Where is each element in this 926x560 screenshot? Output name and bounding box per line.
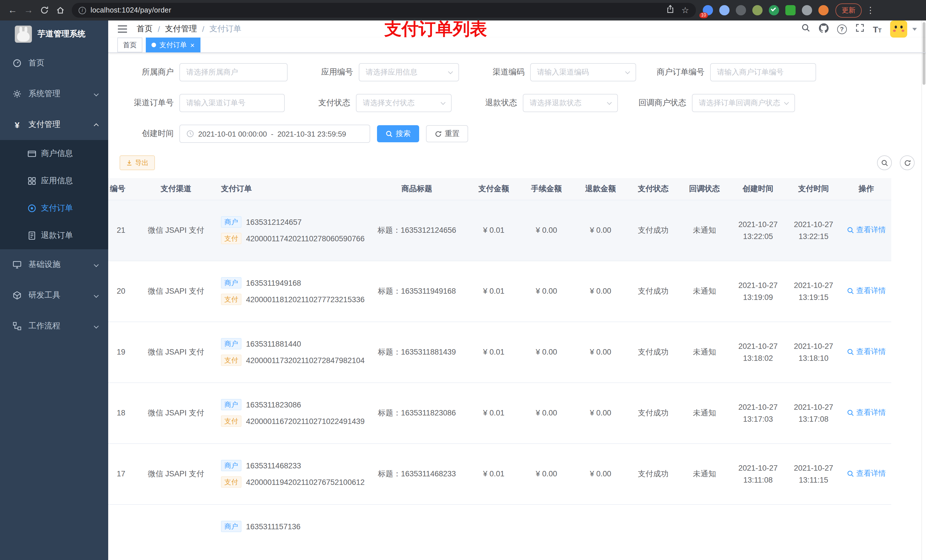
browser-menu-icon[interactable]: ⋮	[866, 5, 875, 15]
payment-submenu: 商户信息 应用信息 支付订单	[0, 140, 108, 249]
chevron-down-icon	[94, 263, 99, 267]
extension-icon[interactable]	[769, 5, 779, 15]
hamburger-icon[interactable]	[117, 24, 127, 33]
create-time-range-picker[interactable]: 2021-10-01 00:00:00 - 2021-10-31 23:59:5…	[179, 125, 370, 143]
app-logo[interactable]: 芋道管理系统	[0, 21, 108, 48]
view-detail-link[interactable]: 查看详情	[847, 408, 886, 418]
filter-form: 所属商户 请选择所属商户 应用编号 请选择应用信息	[120, 53, 915, 143]
reset-button[interactable]: 重置	[426, 125, 468, 142]
view-detail-link[interactable]: 查看详情	[847, 286, 886, 296]
cell-status	[628, 504, 679, 560]
bookmark-star-icon[interactable]: ☆	[681, 5, 689, 15]
date-end: 2021-10-31 23:59:59	[277, 130, 346, 138]
extension-icon[interactable]	[752, 5, 763, 15]
github-icon[interactable]	[819, 23, 828, 35]
sidebar-item-dev-tools[interactable]: 研发工具	[0, 280, 108, 311]
back-icon[interactable]: ←	[5, 2, 21, 18]
merchant-select[interactable]: 请选择所属商户	[179, 63, 287, 82]
extension-icon[interactable]	[736, 5, 746, 15]
search-button[interactable]: 搜索	[377, 125, 419, 142]
orders-table: 编号 支付渠道 支付订单 商品标题 支付金额 手续金额 退款金额 支付状态 回调…	[108, 178, 915, 560]
share-icon[interactable]	[666, 5, 675, 16]
search-icon[interactable]	[801, 23, 810, 35]
column-header-status: 支付状态	[628, 178, 679, 200]
cell-id: 17	[108, 443, 139, 504]
extension-icon[interactable]: 10	[703, 5, 713, 15]
info-icon[interactable]: i	[79, 6, 86, 14]
notify-status-select[interactable]: 请选择订单回调商户状态	[692, 94, 795, 112]
cell-paid: 2021-10-27 13:17:08	[786, 382, 841, 443]
sidebar-item-payment[interactable]: ¥ 支付管理	[0, 109, 108, 140]
view-detail-link[interactable]: 查看详情	[847, 469, 886, 479]
browser-update-button[interactable]: 更新	[835, 3, 862, 17]
chevron-down-icon	[94, 324, 99, 329]
view-detail-link[interactable]: 查看详情	[847, 225, 886, 235]
gear-icon	[12, 89, 22, 98]
merchant-order-no-input[interactable]: 请输入商户订单编号	[710, 63, 816, 82]
refresh-button[interactable]	[900, 155, 915, 170]
cell-notify: 未通知	[679, 200, 730, 261]
extension-icon[interactable]	[785, 5, 796, 15]
merchant-order-no: 1635311823086	[246, 400, 301, 409]
column-header-notify: 回调状态	[679, 178, 730, 200]
sidebar-item-home[interactable]: 首页	[0, 48, 108, 78]
user-avatar[interactable]	[890, 21, 907, 38]
cell-amount: ¥ 0.01	[468, 200, 519, 261]
pay-order-no: 4200001173202110272847982104	[246, 356, 365, 365]
merchant-tag: 商户	[221, 277, 242, 288]
cell-refund: ¥ 0.00	[573, 200, 628, 261]
cell-refund: ¥ 0.00	[573, 261, 628, 322]
merchant-order-no: 1635311881440	[246, 340, 301, 348]
help-icon[interactable]: ?	[837, 24, 847, 34]
sidebar-item-workflow[interactable]: 工作流程	[0, 311, 108, 341]
screen: ← → i localhost:1024/pay/order ☆ 10	[0, 0, 926, 560]
cell-created: 2021-10-27 13:19:09	[730, 261, 786, 322]
sidebar-item-infra[interactable]: 基础设施	[0, 249, 108, 280]
forward-icon[interactable]: →	[21, 2, 36, 18]
tab-home[interactable]: 首页	[117, 38, 142, 52]
cell-status: 支付成功	[628, 322, 679, 382]
font-size-icon[interactable]: TT	[873, 24, 882, 34]
cell-notify: 未通知	[679, 322, 730, 382]
home-icon[interactable]	[52, 2, 68, 18]
breadcrumb-home[interactable]: 首页	[137, 24, 153, 34]
export-button[interactable]: 导出	[120, 155, 155, 170]
extensions-puzzle-icon[interactable]	[802, 5, 812, 15]
cell-channel: 微信 JSAPI 支付	[139, 200, 213, 261]
page-scrollbar[interactable]	[921, 21, 926, 560]
sidebar-item-system[interactable]: 系统管理	[0, 78, 108, 109]
app-id-select[interactable]: 请选择应用信息	[359, 63, 459, 82]
tab-pay-orders[interactable]: 支付订单 ×	[146, 38, 200, 52]
cell-channel: 微信 JSAPI 支付	[139, 261, 213, 322]
reload-icon[interactable]	[36, 2, 52, 18]
monitor-icon	[12, 260, 22, 269]
pay-status-select[interactable]: 请选择支付状态	[356, 94, 452, 112]
cell-created	[730, 504, 786, 560]
chevron-down-icon	[784, 100, 789, 105]
cell-channel: 微信 JSAPI 支付	[139, 443, 213, 504]
pay-tag: 支付	[221, 476, 242, 488]
address-bar[interactable]: i localhost:1024/pay/order ☆	[72, 3, 696, 18]
merchant-tag: 商户	[221, 460, 242, 471]
url-text: localhost:1024/pay/order	[91, 6, 171, 14]
scrollbar-thumb[interactable]	[923, 22, 925, 85]
cell-title: 标题：1635311881439	[366, 322, 468, 382]
table-row: 19 微信 JSAPI 支付 商户 1635311881440 支付 42000…	[108, 322, 891, 382]
toggle-search-button[interactable]	[877, 155, 892, 170]
sidebar-item-merchant-info[interactable]: 商户信息	[0, 140, 108, 167]
sidebar-item-app-info[interactable]: 应用信息	[0, 167, 108, 195]
fullscreen-icon[interactable]	[855, 23, 864, 35]
channel-code-select[interactable]: 请输入渠道编码	[530, 63, 636, 82]
refund-status-select[interactable]: 请选择退款状态	[523, 94, 618, 112]
cell-amount	[468, 504, 519, 560]
close-icon[interactable]: ×	[190, 41, 195, 49]
merchant-tag: 商户	[221, 399, 242, 410]
channel-order-no-input[interactable]: 请输入渠道订单号	[179, 94, 285, 112]
sidebar-item-refund-orders[interactable]: 退款订单	[0, 222, 108, 249]
extension-icon[interactable]	[719, 5, 729, 15]
view-detail-link[interactable]: 查看详情	[847, 347, 886, 357]
cell-actions: 查看详情	[841, 504, 891, 560]
profile-icon[interactable]	[819, 5, 829, 15]
sidebar-item-pay-orders[interactable]: 支付订单	[0, 195, 108, 222]
breadcrumb-payment[interactable]: 支付管理	[165, 24, 197, 34]
